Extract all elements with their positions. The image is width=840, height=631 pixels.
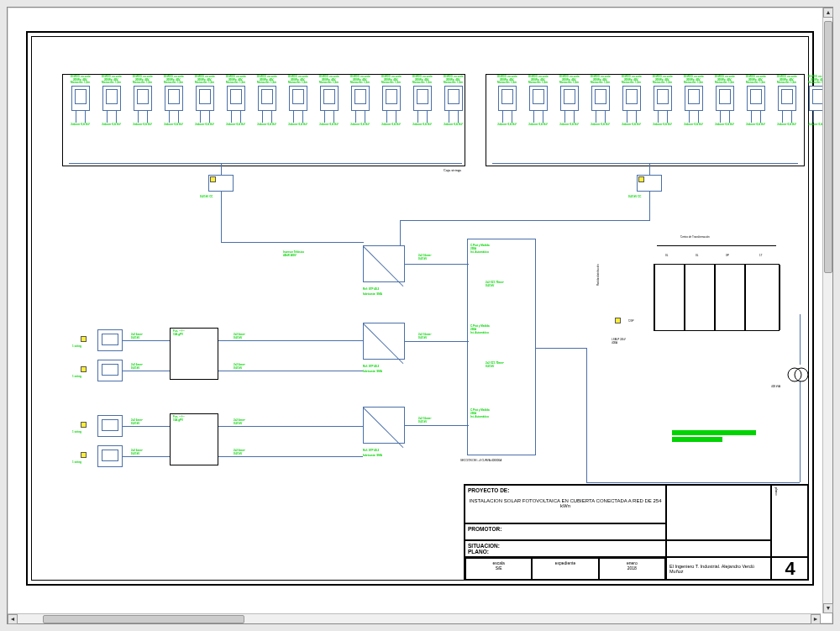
wire — [800, 314, 801, 365]
inverter-1-below: Ref: STP 40-3 — [363, 287, 379, 291]
wire — [649, 192, 650, 220]
scroll-thumb-horizontal[interactable] — [43, 615, 244, 623]
ground-bar2 — [672, 437, 722, 442]
pv-string: 10 MOD. en serie 200Wp, 48V, Monocrist. … — [407, 76, 437, 126]
dc-bus-right — [492, 163, 798, 164]
pv-cable-label: 2x6mm² 0,6/1kV — [164, 123, 183, 126]
junction-under: SECCION DE I.+II CURVA /400000A — [460, 459, 501, 462]
scrollbar-horizontal[interactable]: ◄ ► — [8, 613, 821, 623]
pv-string: 10 MOD. en serie 200Wp, 48V, Monocrist. … — [97, 76, 126, 126]
scroll-up-button[interactable]: ▲ — [823, 8, 833, 18]
pv-module-label: 10 MOD. en serie 200Wp, 48V, Monocrist. … — [714, 76, 734, 85]
pv-wire-icon — [102, 111, 121, 123]
pv-module-label: 10 MOD. en serie 200Wp, 48V, Monocrist. … — [528, 76, 548, 85]
extra-wire-note: 2x2 6mm² 0,6/1kV — [131, 363, 143, 370]
meter-label: CGP — [628, 319, 634, 323]
scroll-right-button[interactable]: ► — [811, 614, 821, 624]
pv-wire-icon — [289, 111, 307, 123]
pv-cable-label: 2x6mm² 0,6/1kV — [528, 123, 548, 126]
extra-wire-note: 2x2 6mm² 0,6/1kV — [131, 418, 143, 425]
wire — [586, 482, 800, 483]
extra-wire-note-2: 2x2 6mm² 0,6/1kV — [234, 418, 245, 425]
scroll-down-button[interactable]: ▼ — [823, 603, 833, 613]
extra-wire-note-2: 2x2 6mm² 0,6/1kV — [234, 449, 245, 455]
scroll-thumb-vertical[interactable] — [824, 21, 832, 273]
pv-wire-icon — [320, 111, 339, 123]
tb-proyecto-text: INSTALACION SOLAR FOTOVOLTAICA EN CUBIER… — [468, 498, 663, 508]
pv-string: 10 MOD. en serie 200Wp, 48V, Monocrist. … — [648, 76, 677, 126]
pv-module-label: 10 MOD. en serie 200Wp, 48V, Monocrist. … — [683, 76, 703, 85]
inverter-1-label: Inversor Trifásico 40kW 400V — [283, 250, 304, 257]
pv-module-label: 10 MOD. en serie 200Wp, 48V, Monocrist. … — [621, 76, 641, 85]
pv-cable-label: 2x6mm² 0,6/1kV — [412, 123, 432, 126]
pv-cable-label: 2x6mm² 0,6/1kV — [559, 123, 579, 126]
pv-module-label: 10 MOD. en serie 200Wp, 48V, Monocrist. … — [256, 76, 276, 85]
fuse-icon — [210, 176, 216, 182]
inverter-1-below2: fabricante: SMA — [363, 292, 382, 296]
extra-wire-note-2: 2x2 6mm² 0,6/1kV — [234, 333, 245, 339]
extra-string-label: 1 string — [72, 344, 81, 348]
pv-module-label: 10 MOD. en serie 200Wp, 48V, Monocrist. … — [745, 76, 765, 85]
pv-cable-label: 2x6mm² 0,6/1kV — [102, 123, 121, 126]
pv-module-label: 10 MOD. en serie 200Wp, 48V, Monocrist. … — [496, 76, 517, 85]
pv-module-label: 10 MOD. en serie 200Wp, 48V, Monocrist. … — [287, 76, 307, 85]
junction-cables-2: 2x2 XZ1 70mm² 0,6/1kV — [486, 361, 504, 368]
wire — [123, 456, 170, 457]
extra-pv-panel — [97, 329, 123, 351]
pv-string: 10 MOD. en serie 200Wp, 48V, Monocrist. … — [376, 76, 406, 126]
dc-bus-left — [69, 163, 462, 164]
transformer-icon — [786, 365, 810, 385]
pv-string: 10 MOD. en serie 200Wp, 48V, Monocrist. … — [710, 76, 739, 126]
pv-panel-icon — [413, 86, 432, 111]
wire — [536, 348, 586, 349]
bay-label-2: 0L — [696, 254, 698, 257]
pv-panel-icon — [196, 86, 214, 111]
pv-cable-label: 2x6mm² 0,6/1kV — [777, 123, 796, 126]
junction-label-3: C.Prot y Medida 250A Int. Automático — [470, 408, 490, 418]
tb-proyecto-label: PROYECTO DE: — [468, 487, 663, 493]
scrollbar-vertical[interactable]: ▲ ▼ — [822, 8, 832, 613]
pv-module-label: 10 MOD. en serie 200Wp, 48V, Monocrist. … — [194, 76, 214, 85]
pv-wire-icon — [134, 111, 152, 123]
xfmr-label: 400 kVA — [771, 385, 780, 388]
extra-wire-note: 2x2 6mm² 0,6/1kV — [131, 449, 143, 455]
inverter-1-cable: 2x2 16mm² 0,6/1kV — [418, 254, 432, 260]
tb-promotor-label: PROMOTOR: — [468, 526, 501, 532]
pv-wire-icon — [227, 111, 245, 123]
substation-header: Centro de Transformación — [680, 235, 710, 239]
inverter-1 — [363, 245, 405, 282]
extra-wire-note: 2x2 6mm² 0,6/1kV — [131, 333, 143, 339]
scroll-left-button[interactable]: ◄ — [8, 614, 18, 624]
extra-pv-panel — [97, 445, 123, 467]
drawing-sheet: 10 MOD. en serie 200Wp, 48V, Monocrist. … — [26, 31, 814, 586]
pv-panel-icon — [498, 86, 517, 111]
pv-wire-icon — [382, 111, 401, 123]
tb-plano-label: PLANO: — [468, 549, 489, 555]
extra-pv-panel — [97, 360, 123, 381]
pv-wire-icon — [591, 111, 610, 123]
pv-wire-icon — [444, 111, 463, 123]
pv-cable-label: 2x6mm² 0,6/1kV — [715, 123, 734, 126]
pv-cable-label: 2x6mm² 0,6/1kV — [226, 123, 245, 126]
pv-cable-label: 2x6mm² 0,6/1kV — [653, 123, 672, 126]
pv-module-label: 10 MOD. en serie 200Wp, 48V, Monocrist. … — [559, 76, 579, 85]
bay-1 — [654, 265, 685, 330]
pv-module-label: 10 MOD. en serie 200Wp, 48V, Monocrist. … — [70, 76, 90, 85]
pv-cable-label: 2x6mm² 0,6/1kV — [381, 123, 401, 126]
bay-label-3: 0P — [726, 254, 729, 257]
pv-cable-label: 2x6mm² 0,6/1kV — [444, 123, 463, 126]
pv-string: 10 MOD. en serie 200Wp, 48V, Monocrist. … — [585, 76, 615, 126]
wire — [218, 426, 363, 427]
tb-fecha-value: 2018 — [601, 565, 663, 571]
tb-fecha: enero 2018 — [599, 558, 665, 580]
pv-panel-icon — [289, 86, 307, 111]
pv-module-label: 10 MOD. en serie 200Wp, 48V, Monocrist. … — [381, 76, 401, 85]
inverter-2-below: Ref: STP 40-3 — [363, 365, 379, 368]
pv-cable-label: 2x6mm² 0,6/1kV — [257, 123, 276, 126]
extra-pv-panel — [97, 415, 123, 437]
pv-wire-icon — [654, 111, 672, 123]
inverter-3-below: Ref: STP 40-3 — [363, 449, 379, 452]
busbar — [657, 245, 776, 246]
tb-escala: escala S/E — [465, 558, 532, 580]
pv-string: 10 MOD. en serie 200Wp, 48V, Monocrist. … — [190, 76, 219, 126]
